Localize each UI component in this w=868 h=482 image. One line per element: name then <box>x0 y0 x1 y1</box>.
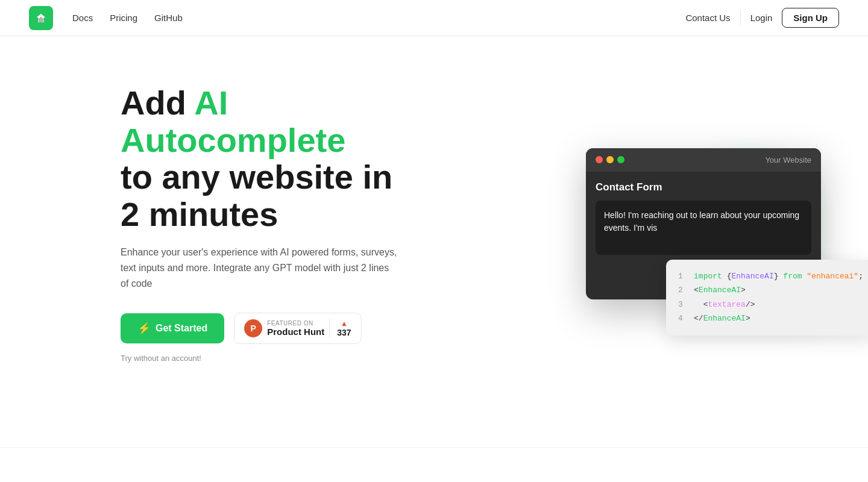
signup-button[interactable]: Sign Up <box>782 8 839 28</box>
hero-right: Your Website Contact Form 1 import {Enha… <box>586 148 839 299</box>
dot-red <box>596 156 603 163</box>
ph-icon: P <box>244 319 262 337</box>
demo-contact-form: Contact Form <box>586 172 821 257</box>
get-started-label: Get Started <box>156 323 207 334</box>
ph-name-label: Product Hunt <box>267 327 324 337</box>
login-button[interactable]: Login <box>750 13 773 23</box>
nav-links: Docs Pricing GitHub <box>72 13 183 23</box>
get-started-button[interactable]: ⚡ Get Started <box>121 313 224 343</box>
demo-container: Your Website Contact Form 1 import {Enha… <box>586 148 839 299</box>
ph-featured-label: FEATURED ON <box>267 320 324 327</box>
dot-green <box>617 156 624 163</box>
hero-left: Add AI Autocomplete to any website in 2 … <box>121 84 434 363</box>
hero-section: Add AI Autocomplete to any website in 2 … <box>0 36 868 411</box>
hero-title-part1: Add <box>121 84 194 122</box>
hero-buttons: ⚡ Get Started P FEATURED ON Product Hunt… <box>121 313 434 344</box>
ph-count-block: ▲ 337 <box>329 319 351 337</box>
product-hunt-button[interactable]: P FEATURED ON Product Hunt ▲ 337 <box>234 313 361 344</box>
nav-link-pricing[interactable]: Pricing <box>110 13 137 23</box>
browser-dots <box>596 156 624 163</box>
hero-title-part2: to any website in <box>121 158 392 196</box>
hero-title-part3: 2 minutes <box>121 195 278 233</box>
code-line-1: 1 import {EnhanceAI} from "enhanceai"; <box>678 269 863 283</box>
nav-link-github[interactable]: GitHub <box>154 13 183 23</box>
nav-left: Docs Pricing GitHub <box>29 6 183 30</box>
hero-description: Enhance your user's experience with AI p… <box>121 245 398 291</box>
navbar: Docs Pricing GitHub Contact Us Login Sig… <box>0 0 868 36</box>
ph-arrow-icon: ▲ <box>341 319 348 328</box>
ph-count-value: 337 <box>337 328 351 337</box>
demo-form-title: Contact Form <box>596 181 811 193</box>
code-line-4: 4 </EnhanceAI> <box>678 311 863 325</box>
code-snippet: 1 import {EnhanceAI} from "enhanceai"; 2… <box>666 260 868 336</box>
code-line-2: 2 <EnhanceAI> <box>678 283 863 297</box>
logo[interactable] <box>29 6 53 30</box>
browser-title: Your Website <box>765 155 811 164</box>
hero-title: Add AI Autocomplete to any website in 2 … <box>121 84 434 233</box>
nav-link-docs[interactable]: Docs <box>72 13 93 23</box>
demo-textarea[interactable] <box>596 201 811 255</box>
nav-right: Contact Us Login Sign Up <box>685 8 839 28</box>
ph-text-block: FEATURED ON Product Hunt <box>267 320 324 337</box>
dot-yellow <box>606 156 614 163</box>
nav-contact-us[interactable]: Contact Us <box>685 13 730 23</box>
try-without-account-text: Try without an account! <box>121 354 434 363</box>
integrations-section: Integrates with all major no-code tools … <box>0 447 868 482</box>
browser-bar: Your Website <box>586 148 821 172</box>
bolt-icon: ⚡ <box>137 322 151 335</box>
code-line-3: 3 <textarea/> <box>678 298 863 311</box>
nav-divider <box>740 11 741 25</box>
